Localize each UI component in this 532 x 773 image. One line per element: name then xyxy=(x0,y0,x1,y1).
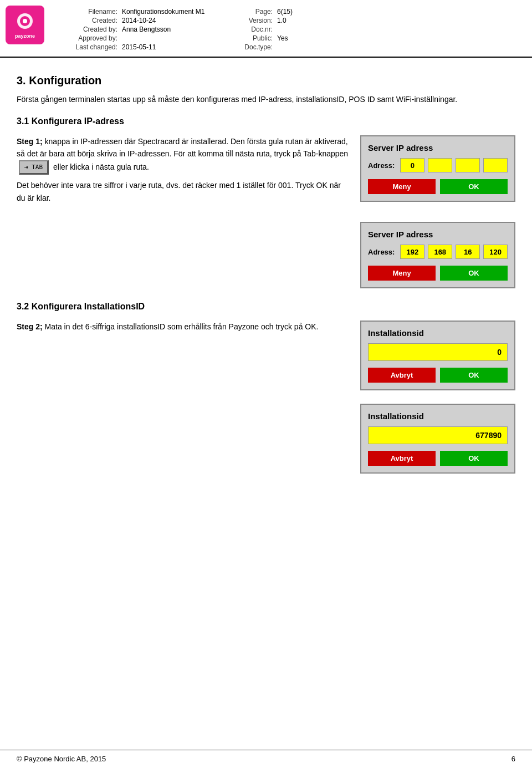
ip-screen1-buttons: Meny OK xyxy=(368,179,508,194)
document-footer: © Payzone Nordic AB, 2015 6 xyxy=(0,750,532,767)
steg2-label: Steg 2; xyxy=(17,322,43,331)
ok-button-4[interactable]: OK xyxy=(440,451,508,466)
version-label: Version: xyxy=(233,17,277,24)
doctype-label: Doc.type: xyxy=(233,43,277,51)
steg1-text2: eller klicka i nästa gula ruta. xyxy=(51,162,149,171)
last-changed-label: Last changed: xyxy=(55,43,122,51)
section3-intro: Första gången terminalen startas upp så … xyxy=(17,94,515,105)
tab-key-icon: ⇥ TAB xyxy=(19,160,49,175)
filename-label: Filename: xyxy=(55,8,122,16)
device-screen-inst-empty: Installationsid 0 Avbryt OK xyxy=(360,321,515,390)
main-content: 3. Konfiguration Första gången terminale… xyxy=(0,58,532,498)
steg2-text: Mata in det 6-siffriga installationsID s… xyxy=(43,322,319,331)
svg-text:payzone: payzone xyxy=(15,33,35,39)
filename-value: Konfigurationsdokument M1 xyxy=(122,8,233,16)
docnr-label: Doc.nr: xyxy=(233,26,277,33)
page-value: 6(15) xyxy=(277,8,344,16)
inst-screen1-buttons: Avbryt OK xyxy=(368,368,508,383)
public-value: Yes xyxy=(277,34,344,42)
section32-content-1: Steg 2; Mata in det 6-siffriga installat… xyxy=(17,321,515,390)
inst-screen-2: Installationsid 677890 Avbryt OK xyxy=(360,404,515,474)
device-screen-ip-filled: Server IP adress Adress: 192 168 16 120 … xyxy=(360,222,515,288)
inst-screen-1: Installationsid 0 Avbryt OK xyxy=(360,321,515,390)
approved-by-value xyxy=(122,34,233,42)
ip-octet-1-filled: 192 xyxy=(400,245,424,259)
ip-screen2-title: Server IP adress xyxy=(368,230,508,239)
ip-screen-1: Server IP adress Adress: 0 Meny OK xyxy=(360,135,515,202)
ip-screen-2: Server IP adress Adress: 192 168 16 120 … xyxy=(360,222,515,288)
ip-screen1-title: Server IP adress xyxy=(368,143,508,152)
ip-address-row-1: Adress: 0 xyxy=(368,158,508,172)
avbryt-button-2[interactable]: Avbryt xyxy=(368,451,436,466)
avbryt-button-1[interactable]: Avbryt xyxy=(368,368,436,383)
section32-content-2: Installationsid 677890 Avbryt OK xyxy=(17,404,515,474)
meny-button-2[interactable]: Meny xyxy=(368,266,436,281)
ip-octet-3-filled: 16 xyxy=(456,245,480,259)
ip-address-row-2: Adress: 192 168 16 120 xyxy=(368,245,508,259)
inst-screen2-title: Installationsid xyxy=(368,411,508,421)
last-changed-value: 2015-05-11 xyxy=(122,43,233,51)
created-value: 2014-10-24 xyxy=(122,17,233,24)
steg1-text: knappa in IP-adressen där Spectracard är… xyxy=(17,137,348,158)
approved-by-label: Approved by: xyxy=(55,34,122,42)
created-label: Created: xyxy=(55,17,122,24)
public-label: Public: xyxy=(233,34,277,42)
footer-copyright: © Payzone Nordic AB, 2015 xyxy=(17,755,106,763)
address-label-1: Adress: xyxy=(368,161,395,170)
section3-title: 3. Konfiguration xyxy=(17,74,515,87)
header-meta: Filename: Konfigurationsdokument M1 Page… xyxy=(55,6,515,51)
ip-screen2-buttons: Meny OK xyxy=(368,266,508,281)
logo: payzone xyxy=(6,6,44,44)
ip-octet-4-filled: 120 xyxy=(483,245,508,259)
inst-value-2: 677890 xyxy=(368,426,508,444)
svg-point-3 xyxy=(23,19,27,23)
device-screen-inst-filled: Installationsid 677890 Avbryt OK xyxy=(360,404,515,474)
section31-text: Steg 1; knappa in IP-adressen där Spectr… xyxy=(17,135,349,208)
inst-screen2-buttons: Avbryt OK xyxy=(368,451,508,466)
version-value: 1.0 xyxy=(277,17,344,24)
doctype-value xyxy=(277,43,344,51)
inst-value-1: 0 xyxy=(368,343,508,361)
ip-octet-1-empty: 0 xyxy=(400,158,424,172)
steg1-text3: Det behöver inte vara tre siffror i varj… xyxy=(17,179,349,204)
section31-content-2: Server IP adress Adress: 192 168 16 120 … xyxy=(17,222,515,288)
section31-content: Steg 1; knappa in IP-adressen där Spectr… xyxy=(17,135,515,208)
ip-octet-4-empty xyxy=(483,158,508,172)
footer-page-number: 6 xyxy=(511,755,515,763)
section31-title: 3.1 Konfigurera IP-adress xyxy=(17,116,515,126)
created-by-value: Anna Bengtsson xyxy=(122,26,233,33)
ok-button-2[interactable]: OK xyxy=(440,266,508,281)
ok-button-3[interactable]: OK xyxy=(440,368,508,383)
ip-octet-2-empty xyxy=(428,158,452,172)
device-screen-ip-empty: Server IP adress Adress: 0 Meny OK xyxy=(360,135,515,202)
steg1-label: Steg 1; xyxy=(17,137,43,146)
meny-button-1[interactable]: Meny xyxy=(368,179,436,194)
ip-octet-2-filled: 168 xyxy=(428,245,452,259)
ip-octet-3-empty xyxy=(456,158,480,172)
section32-title: 3.2 Konfigurera InstallationsID xyxy=(17,302,515,312)
inst-screen1-title: Installationsid xyxy=(368,328,508,338)
created-by-label: Created by: xyxy=(55,26,122,33)
ok-button-1[interactable]: OK xyxy=(440,179,508,194)
page-label: Page: xyxy=(233,8,277,16)
docnr-value xyxy=(277,26,344,33)
section32-text: Steg 2; Mata in det 6-siffriga installat… xyxy=(17,321,349,337)
address-label-2: Adress: xyxy=(368,248,395,256)
document-header: payzone Filename: Konfigurationsdokument… xyxy=(0,0,532,58)
